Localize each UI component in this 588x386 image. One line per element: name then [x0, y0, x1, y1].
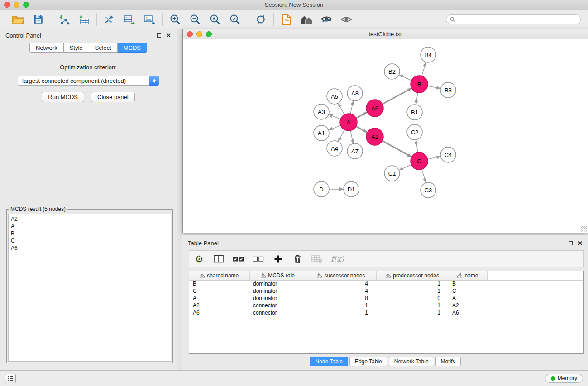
network-minimize-button[interactable]: [196, 31, 202, 37]
zoom-window-button[interactable]: [23, 2, 29, 8]
table-row[interactable]: Bdominator41B: [189, 280, 583, 287]
graph-edge[interactable]: [416, 93, 418, 104]
graph-node[interactable]: A8: [347, 86, 363, 101]
memory-button[interactable]: Memory: [545, 374, 583, 383]
search-field[interactable]: [446, 14, 581, 24]
graph-node[interactable]: A5: [327, 89, 342, 104]
column-header[interactable]: shared name: [189, 271, 249, 280]
graph-edge[interactable]: [350, 101, 353, 114]
graph-edge[interactable]: [350, 131, 353, 143]
column-header[interactable]: successor nodes: [306, 271, 376, 280]
graph-edge[interactable]: [356, 112, 367, 118]
table-row[interactable]: A2connector11A2: [189, 302, 583, 309]
graph-node[interactable]: C4: [440, 147, 456, 162]
criterion-dropdown[interactable]: largest connected component (directed): [18, 76, 159, 86]
delete-table-icon[interactable]: [311, 253, 322, 265]
clone-network-icon[interactable]: [101, 12, 118, 27]
tab-edge-table[interactable]: Edge Table: [349, 357, 387, 366]
tab-network-table[interactable]: Network Table: [389, 357, 434, 366]
tab-style[interactable]: Style: [64, 43, 89, 53]
table-row[interactable]: Cdominator41C: [189, 287, 583, 295]
graph-node[interactable]: A3: [314, 104, 329, 119]
network-close-button[interactable]: [187, 31, 193, 37]
graph-node[interactable]: A: [340, 114, 357, 131]
close-panel-icon[interactable]: ✕: [166, 33, 171, 38]
run-mcds-button[interactable]: Run MCDS: [42, 92, 84, 102]
graph-node[interactable]: C1: [384, 166, 400, 181]
graph-node[interactable]: A6: [366, 100, 383, 117]
tab-mcds[interactable]: MCDS: [118, 43, 147, 53]
annotation-eye-icon[interactable]: [318, 12, 335, 27]
network-window-titlebar[interactable]: testGlobe.txt: [183, 29, 588, 39]
import-table-icon[interactable]: [76, 12, 92, 27]
graph-edge[interactable]: [422, 169, 426, 182]
graph-edge[interactable]: [428, 157, 440, 159]
column-header[interactable]: name: [449, 271, 487, 280]
mcds-result-item[interactable]: A2: [11, 215, 168, 223]
float-panel-icon[interactable]: [157, 33, 161, 38]
graph-node[interactable]: A2: [366, 128, 383, 145]
columns-icon[interactable]: [213, 253, 224, 265]
network-zoom-button[interactable]: [206, 31, 212, 37]
export-table-icon[interactable]: [121, 12, 138, 27]
column-header[interactable]: predecessor nodes: [376, 271, 449, 280]
document-icon[interactable]: [278, 12, 295, 27]
table-row[interactable]: A6connector11A6: [189, 309, 583, 316]
graph-node[interactable]: A1: [314, 125, 329, 141]
gear-icon[interactable]: ⚙: [194, 253, 205, 265]
zoom-fit-icon[interactable]: [227, 12, 243, 27]
show-details-eye-icon[interactable]: [338, 12, 354, 27]
graph-node[interactable]: D: [314, 181, 329, 197]
trash-icon[interactable]: [292, 253, 303, 265]
graph-node[interactable]: B2: [384, 64, 400, 79]
graph-edge[interactable]: [356, 126, 367, 132]
graph-node[interactable]: A4: [327, 141, 342, 156]
graph-node[interactable]: B3: [440, 82, 456, 98]
graph-edge[interactable]: [399, 75, 411, 81]
tab-node-table[interactable]: Node Table: [310, 357, 348, 366]
column-header[interactable]: MCDS role: [249, 271, 306, 280]
window-resize-handle[interactable]: [581, 226, 587, 232]
zoom-selected-icon[interactable]: [207, 12, 223, 27]
tab-select[interactable]: Select: [89, 43, 118, 53]
graph-node[interactable]: A7: [347, 143, 363, 159]
graph-edge[interactable]: [422, 62, 426, 76]
home-icon[interactable]: [298, 12, 315, 27]
mcds-result-item[interactable]: C: [11, 237, 168, 244]
graph-node[interactable]: C3: [421, 182, 436, 198]
graph-node[interactable]: C: [411, 152, 428, 170]
save-session-icon[interactable]: [30, 12, 46, 27]
graph-node[interactable]: B1: [407, 105, 422, 120]
graph-edge[interactable]: [329, 114, 340, 119]
graph-edge[interactable]: [416, 140, 418, 152]
graph-edge[interactable]: [329, 125, 341, 130]
tab-network[interactable]: Network: [29, 43, 64, 53]
network-canvas[interactable]: B4B2BB3A5A8A6A3B1AC2A1A2A4A7C4CC1C3DD1: [183, 39, 588, 233]
zoom-in-icon[interactable]: [167, 12, 183, 27]
graph-edge[interactable]: [382, 141, 411, 157]
table-row[interactable]: Adominator80A: [189, 295, 583, 302]
function-builder-icon[interactable]: f(x): [331, 253, 344, 265]
close-table-panel-icon[interactable]: ✕: [578, 240, 583, 246]
add-icon[interactable]: [272, 253, 283, 265]
minimize-window-button[interactable]: [14, 2, 19, 8]
search-input[interactable]: [458, 16, 577, 23]
graph-edge[interactable]: [382, 89, 411, 104]
mcds-result-item[interactable]: B: [11, 230, 168, 237]
graph-node[interactable]: C2: [407, 124, 422, 140]
import-network-icon[interactable]: [56, 12, 72, 27]
zoom-out-icon[interactable]: [187, 12, 203, 27]
graph-edge[interactable]: [339, 104, 344, 114]
close-panel-button[interactable]: Close panel: [91, 92, 135, 102]
graph-node[interactable]: B: [411, 76, 428, 93]
tab-motifs[interactable]: Motifs: [435, 357, 461, 366]
refresh-icon[interactable]: [253, 12, 269, 27]
graph-node[interactable]: D1: [344, 181, 359, 197]
node-table[interactable]: shared nameMCDS rolesuccessor nodesprede…: [189, 271, 584, 354]
export-image-icon[interactable]: [141, 12, 158, 27]
mcds-result-item[interactable]: A6: [11, 244, 168, 252]
graph-edge[interactable]: [399, 165, 411, 170]
graph-node[interactable]: B4: [421, 47, 436, 62]
close-window-button[interactable]: [4, 2, 10, 8]
task-history-icon[interactable]: [5, 374, 16, 383]
